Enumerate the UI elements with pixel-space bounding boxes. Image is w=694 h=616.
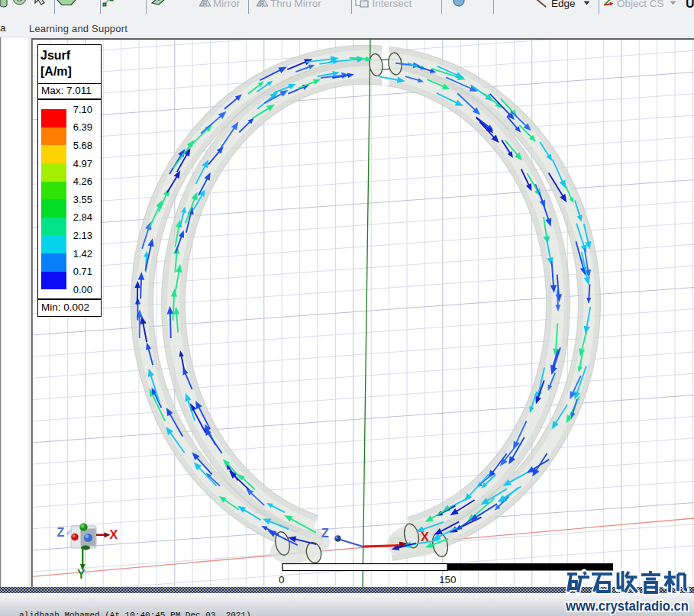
svg-text:0: 0 bbox=[279, 574, 285, 585]
svg-text:Z: Z bbox=[321, 527, 329, 540]
svg-text:Z: Z bbox=[57, 526, 65, 539]
svg-text:150: 150 bbox=[439, 574, 457, 585]
svg-text:Y: Y bbox=[77, 568, 86, 581]
svg-text:X: X bbox=[110, 528, 118, 541]
